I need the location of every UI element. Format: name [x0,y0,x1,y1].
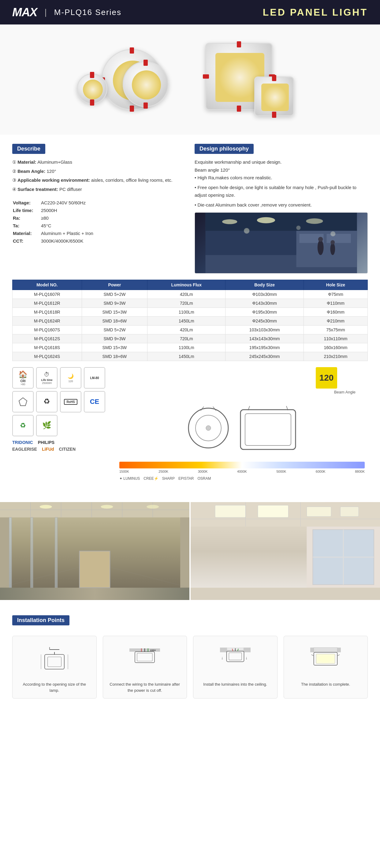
table-cell: 420Lm [148,326,225,334]
icon-leaf: 🌿 [36,415,58,436]
svg-rect-21 [241,410,295,450]
spec-value: ≥80 [41,215,185,221]
spec-value: AC220-240V 50/60Hz [41,199,185,206]
icon-label: CRI [20,379,25,383]
list-item: ④ Surface treatment: PC diffuser [12,185,185,193]
item-prefix: ① [12,159,18,165]
svg-rect-6 [296,231,357,267]
svg-point-18 [206,426,211,431]
round-light-medium [123,61,168,107]
svg-rect-7 [299,234,323,243]
temp-label: 4000K [237,470,247,473]
icon-lm80: LM-80 [84,367,105,389]
clip-top [90,72,94,78]
icon-home: 🏠 CRI >80 [12,367,34,389]
table-cell: Φ160mm [304,308,368,317]
clip-top [130,48,134,54]
temp-label: 5000K [276,470,286,473]
chip-brands: ✦ LUMINUS CREE⚡ SHARP EPISTAR OSRAM [119,476,365,480]
list-item: ① Material: Aluminum+Glass [12,158,185,166]
spec-label: Life time: [13,207,40,214]
install-label-1: According to the opening size of the lam… [18,681,92,693]
spec-row: Material: Aluminum + Plastic + Iron [13,230,185,237]
svg-rect-38 [55,517,58,588]
header-left: MAX | M-PLQ16 Series [12,6,122,19]
svg-rect-37 [31,517,33,588]
color-temp-bar [119,462,365,468]
svg-rect-22 [245,414,291,445]
clip-bottom [130,105,134,112]
svg-point-12 [330,240,335,244]
describe-column: Describe ① Material: Aluminum+Glass ② Be… [12,144,185,274]
table-cell: Φ245x30mm [225,317,304,326]
item-text: aisles, corridors, office living rooms, … [91,178,172,183]
table-cell: 1100Lm [148,343,225,352]
clip-bottom [90,99,94,105]
item-bold: Surface treatment: [18,187,58,192]
table-cell: 160x160mm [304,343,368,352]
brand-philips: PHILIPS [38,440,55,445]
table-cell: SMD 18+6W [82,317,148,326]
table-cell: 103x103x30mm [225,326,304,334]
clip-bottom [144,102,148,108]
table-cell: 420Lm [148,290,225,299]
design-line-1: Exquisite workmanship and unique design. [195,158,368,166]
item-prefix: ② [12,168,18,174]
temp-label: 1500K [119,470,129,473]
info-section: Describe ① Material: Aluminum+Glass ② Be… [12,144,368,274]
temp-label: 3000K [198,470,208,473]
temp-label: 6000K [316,470,325,473]
table-cell: 1450Lm [148,317,225,326]
item-bold: Applicable working environment: [18,178,90,183]
install-step-1: According to the opening size of the lam… [12,636,97,699]
icon-lifetime: ⏱ Life time 25000H [36,367,58,389]
item-text: PC diffuser [59,187,82,192]
round-diagram [185,405,231,451]
svg-point-3 [257,217,275,223]
svg-rect-8 [327,234,351,243]
svg-point-11 [330,243,335,255]
main-content: Describe ① Material: Aluminum+Glass ② Be… [0,135,380,496]
product-name: LED PANEL LIGHT [263,7,368,18]
icon-beam: 🌙 120 [60,367,82,389]
chip-brand-cree: CREE⚡ [144,476,158,480]
color-temp-labels: 1500K 2500K 3000K 4000K 5000K 6000K 8800… [119,470,365,473]
table-cell: 75x75mm [304,326,368,334]
brand-row-2: EAGLERISE LiFUd CITIZEN [12,447,104,452]
install-icon-4 [289,641,363,678]
svg-line-85 [312,655,314,656]
showroom-svg [195,213,368,273]
brand-citizen: CITIZEN [59,447,75,452]
table-cell: SMD 15+3W [82,308,148,317]
table-cell: M-PLQ1612R [12,299,82,308]
table-cell: M-PLQ1607R [12,290,82,299]
step-3-svg: ↓ ↓ [220,647,251,672]
svg-point-32 [101,505,113,508]
table-cell: 245x245x30mm [225,352,304,361]
table-cell: 720Lm [148,299,225,308]
specs-table: Voltage: AC220-240V 50/60Hz Life time: 2… [12,198,185,245]
beam-angle-label: Beam Angle [334,390,355,394]
header-divider: | [44,7,46,17]
svg-point-33 [147,505,159,508]
color-temp-section: 1500K 2500K 3000K 4000K 5000K 6000K 8800… [116,459,368,480]
installation-section: Installation Points According to the [0,606,380,708]
design-list-item: Die-cast Aluminum back cover ,remove ver… [195,201,368,209]
table-cell: 143x143x30mm [225,334,304,343]
table-cell: Φ103x30mm [225,290,304,299]
series-title: M-PLQ16 Series [54,8,122,17]
svg-marker-13 [19,398,27,406]
svg-rect-74 [229,653,242,660]
table-cell: Φ143x30mm [225,299,304,308]
svg-point-2 [222,219,238,224]
spec-value: 25000H [41,207,185,214]
list-item: ③ Applicable working environment: aisles… [12,176,185,184]
clip-bottom [237,105,241,112]
svg-rect-5 [205,255,357,273]
table-body: M-PLQ1607RSMD 5+2W420LmΦ103x30mmΦ75mmM-P… [12,290,368,361]
design-philosophy-column: Design philosophy Exquisite workmanship … [195,144,368,274]
col-body: Body Size [225,280,304,290]
temp-label: 8800K [355,470,365,473]
table-cell: M-PLQ1624R [12,317,82,326]
table-row: M-PLQ1612SSMD 9+3W720Lm143x143x30mm110x1… [12,334,368,343]
